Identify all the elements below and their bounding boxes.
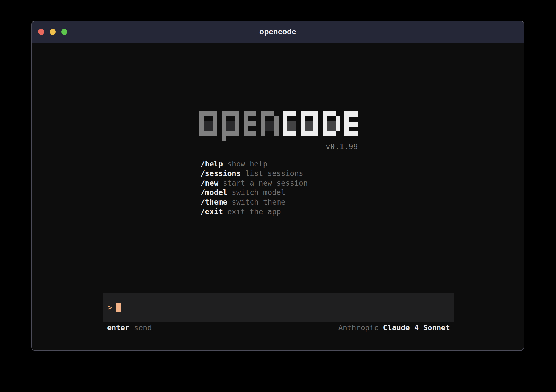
version-label: v0.1.99: [199, 142, 358, 151]
command-name: /new: [201, 178, 218, 188]
command-description: start a new session: [223, 178, 308, 188]
titlebar[interactable]: opencode: [32, 21, 524, 43]
command-description: switch theme: [232, 197, 285, 207]
command-item-sessions: /sessions list sessions: [201, 169, 308, 178]
provider-label: Anthropic: [338, 323, 379, 332]
text-cursor: [116, 303, 121, 312]
terminal-content: v0.1.99 /help show help /sessions list s…: [32, 43, 524, 350]
traffic-lights: [38, 21, 67, 43]
command-item-new: /new start a new session: [201, 178, 308, 188]
logo-code-shadows: [287, 121, 336, 131]
window-title: opencode: [32, 27, 524, 36]
key-label: enter: [107, 323, 129, 332]
status-bar: enter send Anthropic Claude 4 Sonnet: [103, 323, 454, 332]
command-name: /help: [201, 159, 223, 169]
maximize-button[interactable]: [61, 29, 67, 35]
app-window: opencode: [31, 21, 524, 351]
model-label: Claude 4 Sonnet: [383, 323, 450, 332]
command-name: /exit: [201, 207, 223, 217]
command-item-model: /model switch model: [201, 188, 308, 197]
keybind-hint: enter send: [107, 323, 152, 332]
command-name: /model: [201, 188, 227, 197]
command-description: exit the app: [227, 207, 281, 217]
command-item-theme: /theme switch theme: [201, 197, 308, 207]
command-description: list sessions: [245, 169, 303, 178]
minimize-button[interactable]: [50, 29, 56, 35]
command-description: show help: [227, 159, 268, 169]
opencode-logo: [199, 111, 359, 141]
command-item-exit: /exit exit the app: [201, 207, 308, 217]
model-indicator: Anthropic Claude 4 Sonnet: [338, 323, 450, 332]
command-description: switch model: [232, 188, 285, 197]
command-name: /theme: [201, 197, 227, 207]
close-button[interactable]: [38, 29, 44, 35]
command-name: /sessions: [201, 169, 241, 178]
command-item-help: /help show help: [201, 159, 308, 169]
command-list: /help show help /sessions list sessions …: [201, 159, 308, 217]
message-input[interactable]: >: [103, 293, 454, 322]
key-action: send: [134, 323, 152, 332]
prompt-icon: >: [108, 293, 112, 322]
